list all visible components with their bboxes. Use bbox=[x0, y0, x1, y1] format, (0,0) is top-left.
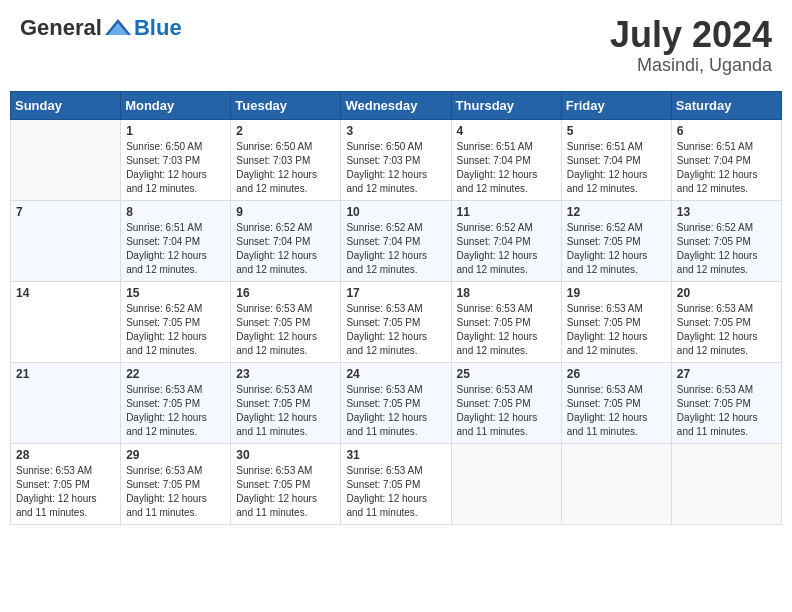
calendar-cell: 20Sunrise: 6:53 AM Sunset: 7:05 PM Dayli… bbox=[671, 281, 781, 362]
day-number: 14 bbox=[16, 286, 115, 300]
calendar-cell: 14 bbox=[11, 281, 121, 362]
day-info: Sunrise: 6:53 AM Sunset: 7:05 PM Dayligh… bbox=[346, 464, 445, 520]
title-area: July 2024 Masindi, Uganda bbox=[610, 15, 772, 76]
calendar-cell: 31Sunrise: 6:53 AM Sunset: 7:05 PM Dayli… bbox=[341, 443, 451, 524]
calendar-cell bbox=[671, 443, 781, 524]
calendar-cell: 21 bbox=[11, 362, 121, 443]
logo-icon bbox=[103, 17, 133, 39]
day-number: 15 bbox=[126, 286, 225, 300]
calendar-cell: 28Sunrise: 6:53 AM Sunset: 7:05 PM Dayli… bbox=[11, 443, 121, 524]
calendar-week-4: 2122Sunrise: 6:53 AM Sunset: 7:05 PM Day… bbox=[11, 362, 782, 443]
day-info: Sunrise: 6:53 AM Sunset: 7:05 PM Dayligh… bbox=[236, 383, 335, 439]
day-number: 18 bbox=[457, 286, 556, 300]
calendar-cell: 15Sunrise: 6:52 AM Sunset: 7:05 PM Dayli… bbox=[121, 281, 231, 362]
day-header-wednesday: Wednesday bbox=[341, 91, 451, 119]
calendar-cell: 19Sunrise: 6:53 AM Sunset: 7:05 PM Dayli… bbox=[561, 281, 671, 362]
day-header-friday: Friday bbox=[561, 91, 671, 119]
day-number: 4 bbox=[457, 124, 556, 138]
calendar-cell: 3Sunrise: 6:50 AM Sunset: 7:03 PM Daylig… bbox=[341, 119, 451, 200]
calendar-cell: 5Sunrise: 6:51 AM Sunset: 7:04 PM Daylig… bbox=[561, 119, 671, 200]
day-header-thursday: Thursday bbox=[451, 91, 561, 119]
day-number: 19 bbox=[567, 286, 666, 300]
day-number: 29 bbox=[126, 448, 225, 462]
page-header: General Blue July 2024 Masindi, Uganda bbox=[10, 10, 782, 81]
calendar-cell: 25Sunrise: 6:53 AM Sunset: 7:05 PM Dayli… bbox=[451, 362, 561, 443]
calendar-cell: 17Sunrise: 6:53 AM Sunset: 7:05 PM Dayli… bbox=[341, 281, 451, 362]
day-info: Sunrise: 6:53 AM Sunset: 7:05 PM Dayligh… bbox=[346, 302, 445, 358]
day-info: Sunrise: 6:51 AM Sunset: 7:04 PM Dayligh… bbox=[677, 140, 776, 196]
day-info: Sunrise: 6:52 AM Sunset: 7:04 PM Dayligh… bbox=[346, 221, 445, 277]
day-number: 27 bbox=[677, 367, 776, 381]
calendar-cell: 23Sunrise: 6:53 AM Sunset: 7:05 PM Dayli… bbox=[231, 362, 341, 443]
day-number: 22 bbox=[126, 367, 225, 381]
day-number: 16 bbox=[236, 286, 335, 300]
calendar-cell: 9Sunrise: 6:52 AM Sunset: 7:04 PM Daylig… bbox=[231, 200, 341, 281]
calendar-week-3: 1415Sunrise: 6:52 AM Sunset: 7:05 PM Day… bbox=[11, 281, 782, 362]
day-number: 24 bbox=[346, 367, 445, 381]
calendar-cell: 16Sunrise: 6:53 AM Sunset: 7:05 PM Dayli… bbox=[231, 281, 341, 362]
day-header-monday: Monday bbox=[121, 91, 231, 119]
calendar-cell: 4Sunrise: 6:51 AM Sunset: 7:04 PM Daylig… bbox=[451, 119, 561, 200]
calendar-cell: 18Sunrise: 6:53 AM Sunset: 7:05 PM Dayli… bbox=[451, 281, 561, 362]
day-info: Sunrise: 6:53 AM Sunset: 7:05 PM Dayligh… bbox=[567, 383, 666, 439]
day-number: 9 bbox=[236, 205, 335, 219]
day-info: Sunrise: 6:53 AM Sunset: 7:05 PM Dayligh… bbox=[126, 464, 225, 520]
logo-blue-text: Blue bbox=[134, 15, 182, 41]
day-info: Sunrise: 6:52 AM Sunset: 7:05 PM Dayligh… bbox=[567, 221, 666, 277]
day-info: Sunrise: 6:53 AM Sunset: 7:05 PM Dayligh… bbox=[346, 383, 445, 439]
calendar-cell bbox=[11, 119, 121, 200]
calendar-cell: 2Sunrise: 6:50 AM Sunset: 7:03 PM Daylig… bbox=[231, 119, 341, 200]
location-subtitle: Masindi, Uganda bbox=[610, 55, 772, 76]
day-number: 13 bbox=[677, 205, 776, 219]
day-number: 1 bbox=[126, 124, 225, 138]
calendar-cell: 12Sunrise: 6:52 AM Sunset: 7:05 PM Dayli… bbox=[561, 200, 671, 281]
calendar-header-row: SundayMondayTuesdayWednesdayThursdayFrid… bbox=[11, 91, 782, 119]
day-number: 23 bbox=[236, 367, 335, 381]
calendar-week-1: 1Sunrise: 6:50 AM Sunset: 7:03 PM Daylig… bbox=[11, 119, 782, 200]
calendar-cell: 11Sunrise: 6:52 AM Sunset: 7:04 PM Dayli… bbox=[451, 200, 561, 281]
day-number: 7 bbox=[16, 205, 115, 219]
day-info: Sunrise: 6:53 AM Sunset: 7:05 PM Dayligh… bbox=[677, 383, 776, 439]
day-number: 11 bbox=[457, 205, 556, 219]
calendar-cell bbox=[451, 443, 561, 524]
day-number: 31 bbox=[346, 448, 445, 462]
day-info: Sunrise: 6:53 AM Sunset: 7:05 PM Dayligh… bbox=[457, 302, 556, 358]
calendar-cell: 29Sunrise: 6:53 AM Sunset: 7:05 PM Dayli… bbox=[121, 443, 231, 524]
day-info: Sunrise: 6:53 AM Sunset: 7:05 PM Dayligh… bbox=[16, 464, 115, 520]
day-number: 12 bbox=[567, 205, 666, 219]
calendar-cell: 22Sunrise: 6:53 AM Sunset: 7:05 PM Dayli… bbox=[121, 362, 231, 443]
calendar-cell: 10Sunrise: 6:52 AM Sunset: 7:04 PM Dayli… bbox=[341, 200, 451, 281]
day-info: Sunrise: 6:53 AM Sunset: 7:05 PM Dayligh… bbox=[567, 302, 666, 358]
day-number: 30 bbox=[236, 448, 335, 462]
day-number: 8 bbox=[126, 205, 225, 219]
month-year-title: July 2024 bbox=[610, 15, 772, 55]
day-header-saturday: Saturday bbox=[671, 91, 781, 119]
calendar-cell: 7 bbox=[11, 200, 121, 281]
day-number: 25 bbox=[457, 367, 556, 381]
calendar-table: SundayMondayTuesdayWednesdayThursdayFrid… bbox=[10, 91, 782, 525]
logo: General Blue bbox=[20, 15, 182, 41]
day-info: Sunrise: 6:53 AM Sunset: 7:05 PM Dayligh… bbox=[236, 302, 335, 358]
day-number: 2 bbox=[236, 124, 335, 138]
day-info: Sunrise: 6:53 AM Sunset: 7:05 PM Dayligh… bbox=[236, 464, 335, 520]
day-number: 26 bbox=[567, 367, 666, 381]
day-info: Sunrise: 6:52 AM Sunset: 7:05 PM Dayligh… bbox=[126, 302, 225, 358]
calendar-week-5: 28Sunrise: 6:53 AM Sunset: 7:05 PM Dayli… bbox=[11, 443, 782, 524]
calendar-cell: 24Sunrise: 6:53 AM Sunset: 7:05 PM Dayli… bbox=[341, 362, 451, 443]
day-info: Sunrise: 6:51 AM Sunset: 7:04 PM Dayligh… bbox=[567, 140, 666, 196]
day-info: Sunrise: 6:51 AM Sunset: 7:04 PM Dayligh… bbox=[126, 221, 225, 277]
calendar-cell: 26Sunrise: 6:53 AM Sunset: 7:05 PM Dayli… bbox=[561, 362, 671, 443]
day-info: Sunrise: 6:52 AM Sunset: 7:04 PM Dayligh… bbox=[457, 221, 556, 277]
day-info: Sunrise: 6:53 AM Sunset: 7:05 PM Dayligh… bbox=[677, 302, 776, 358]
day-info: Sunrise: 6:51 AM Sunset: 7:04 PM Dayligh… bbox=[457, 140, 556, 196]
day-header-tuesday: Tuesday bbox=[231, 91, 341, 119]
day-header-sunday: Sunday bbox=[11, 91, 121, 119]
day-number: 28 bbox=[16, 448, 115, 462]
calendar-cell: 8Sunrise: 6:51 AM Sunset: 7:04 PM Daylig… bbox=[121, 200, 231, 281]
calendar-cell: 30Sunrise: 6:53 AM Sunset: 7:05 PM Dayli… bbox=[231, 443, 341, 524]
day-info: Sunrise: 6:52 AM Sunset: 7:05 PM Dayligh… bbox=[677, 221, 776, 277]
day-number: 10 bbox=[346, 205, 445, 219]
calendar-cell: 6Sunrise: 6:51 AM Sunset: 7:04 PM Daylig… bbox=[671, 119, 781, 200]
day-number: 20 bbox=[677, 286, 776, 300]
day-info: Sunrise: 6:50 AM Sunset: 7:03 PM Dayligh… bbox=[346, 140, 445, 196]
